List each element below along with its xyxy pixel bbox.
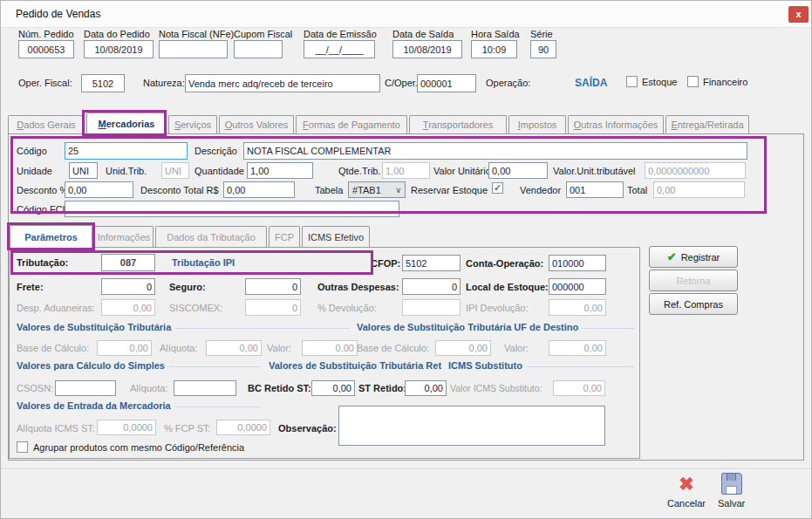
group-header-icms-substituto: ICMS Substituto — [448, 360, 634, 371]
tributacao-field[interactable] — [101, 254, 155, 271]
qtde-trib-label: Qtde.Trib. — [338, 166, 381, 176]
cfop-field[interactable] — [402, 255, 461, 271]
qtde-trib-field — [382, 162, 430, 179]
valor-unit-tributavel-field — [645, 162, 746, 179]
total-label: Total — [627, 185, 647, 195]
tab-formas-pagamento[interactable]: Formas de Pagamento — [296, 115, 407, 133]
tab-transportadores[interactable]: Transportadores — [409, 115, 507, 133]
st-retido-field[interactable] — [405, 380, 447, 396]
tab-impostos[interactable]: Impostos — [508, 115, 566, 133]
group-header-st-retido: Valores de Substituição Tributária Retid… — [269, 360, 441, 371]
registrar-button[interactable]: ✔ Registrar — [649, 246, 738, 268]
st-aliquota-label: Alíquota: — [160, 343, 197, 353]
close-icon[interactable]: x — [788, 6, 809, 23]
serie-field[interactable] — [530, 40, 556, 58]
nota-fiscal-field[interactable] — [159, 40, 228, 58]
pedido-de-vendas-dialog: Pedido de Vendas x Núm. Pedido Data do P… — [0, 0, 812, 519]
unidade-field[interactable] — [69, 162, 98, 179]
unid-trib-field — [161, 162, 189, 179]
agrupar-produtos-checkbox[interactable] — [17, 441, 28, 453]
hora-saida-field[interactable] — [471, 40, 517, 58]
st-retido-label: ST Retido: — [358, 383, 406, 393]
st-uf-base-calculo-field — [435, 340, 491, 356]
codigo-fci-field[interactable] — [65, 201, 399, 217]
bc-retido-st-field[interactable] — [311, 380, 355, 396]
descricao-field[interactable] — [243, 142, 747, 160]
simples-aliquota-label: Alíquota: — [130, 383, 167, 393]
valor-unitario-field[interactable] — [488, 162, 548, 179]
estoque-checkbox[interactable] — [626, 76, 638, 87]
subtab-parametros[interactable]: Parâmetros — [10, 225, 92, 248]
cancel-icon[interactable]: ✖ — [673, 473, 699, 495]
vendedor-label: Vendedor — [520, 185, 561, 195]
data-pedido-field[interactable] — [84, 40, 154, 58]
ref-compras-button[interactable]: Ref. Compras — [649, 293, 738, 315]
descricao-label: Descrição — [194, 146, 237, 156]
c-oper-label: C/Oper.: — [385, 78, 420, 88]
aliquota-icms-st-label: Alíquota ICMS ST: — [17, 423, 95, 434]
num-pedido-field[interactable] — [18, 40, 74, 58]
data-emissao-field[interactable] — [304, 40, 375, 58]
desconto-pct-field[interactable] — [65, 181, 133, 198]
subtab-informacoes[interactable]: Informações — [94, 226, 154, 247]
tributacao-ipi-link[interactable]: Tributação IPI — [172, 257, 235, 268]
seguro-field[interactable] — [245, 278, 301, 295]
subtab-icms-efetivo[interactable]: ICMS Efetivo — [302, 226, 370, 247]
csosn-field[interactable] — [55, 380, 116, 396]
quantidade-field[interactable] — [247, 162, 313, 179]
valor-icms-substituto-field — [553, 380, 605, 396]
tab-outros-valores[interactable]: Outros Valores — [219, 115, 294, 133]
natureza-field[interactable] — [185, 74, 380, 92]
desp-aduaneiras-label: Desp. Aduaneiras: — [17, 303, 95, 313]
ipi-devolucao-label: IPI Devolução: — [466, 303, 529, 313]
tab-outras-informacoes[interactable]: Outras Informações — [568, 115, 664, 133]
agrupar-produtos-label: Agrupar produtos com mesmo Código/Referê… — [33, 442, 244, 453]
chevron-down-icon: ∨ — [395, 186, 401, 195]
tab-entrega-retirada[interactable]: Entrega/Retirada — [665, 115, 749, 133]
vendedor-field[interactable] — [566, 181, 624, 198]
financeiro-checkbox[interactable] — [687, 76, 699, 87]
oper-fiscal-label: Oper. Fiscal: — [18, 78, 72, 88]
codigo-label: Código — [17, 146, 47, 156]
bottom-divider-highlight — [1, 469, 812, 470]
desconto-total-label: Desconto Total R$ — [140, 185, 219, 195]
local-estoque-field[interactable] — [549, 278, 606, 295]
st-valor-label: Valor: — [267, 343, 291, 353]
retorna-button[interactable]: Retorna — [649, 270, 738, 291]
estoque-checkbox-label: Estoque — [642, 77, 677, 87]
tabela-select[interactable]: #TAB1 ∨ — [348, 181, 406, 198]
nota-fiscal-label: Nota Fiscal (NFe) — [159, 29, 234, 39]
save-icon[interactable] — [721, 473, 742, 495]
operacao-label: Operação: — [486, 78, 530, 88]
subtab-fcp[interactable]: FCP — [269, 226, 300, 247]
data-pedido-label: Data do Pedido — [84, 29, 150, 39]
salvar-button[interactable]: Salvar — [718, 498, 744, 509]
bc-retido-st-label: BC Retido ST: — [248, 383, 311, 393]
frete-field[interactable] — [101, 278, 155, 295]
floppy-shutter — [727, 474, 736, 481]
tab-dados-gerais[interactable]: Dados Gerais — [8, 115, 85, 133]
data-saida-field[interactable] — [392, 40, 462, 58]
st-aliquota-field — [206, 340, 262, 356]
conta-operacao-field[interactable] — [549, 255, 606, 271]
desconto-total-field[interactable] — [223, 181, 295, 198]
codigo-field[interactable] — [65, 142, 188, 160]
tributacao-label: Tributação: — [17, 257, 68, 268]
simples-aliquota-field[interactable] — [174, 380, 236, 396]
cancelar-button[interactable]: Cancelar — [666, 498, 706, 509]
unidade-label: Unidade — [17, 166, 52, 176]
group-header-valores-st-uf-destino: Valores de Substituição Tributária UF de… — [357, 322, 634, 332]
c-oper-field[interactable] — [417, 74, 476, 92]
outras-despesas-field[interactable] — [402, 278, 461, 295]
total-field — [653, 181, 745, 198]
reservar-estoque-checkbox[interactable]: ✓ — [492, 182, 503, 194]
group-header-valores-st: Valores de Substituição Tributária — [17, 322, 350, 332]
oper-fiscal-field[interactable] — [81, 74, 125, 92]
desp-aduaneiras-field — [101, 299, 155, 316]
tab-mercadorias[interactable]: Mercadorias — [86, 113, 167, 134]
cupom-fiscal-field[interactable] — [234, 40, 283, 58]
observacao-field[interactable] — [338, 406, 605, 446]
data-saida-label: Data de Saída — [392, 29, 454, 39]
subtab-dados-tributacao[interactable]: Dados da Tributação — [155, 226, 267, 247]
tab-servicos[interactable]: Serviços — [168, 115, 217, 133]
